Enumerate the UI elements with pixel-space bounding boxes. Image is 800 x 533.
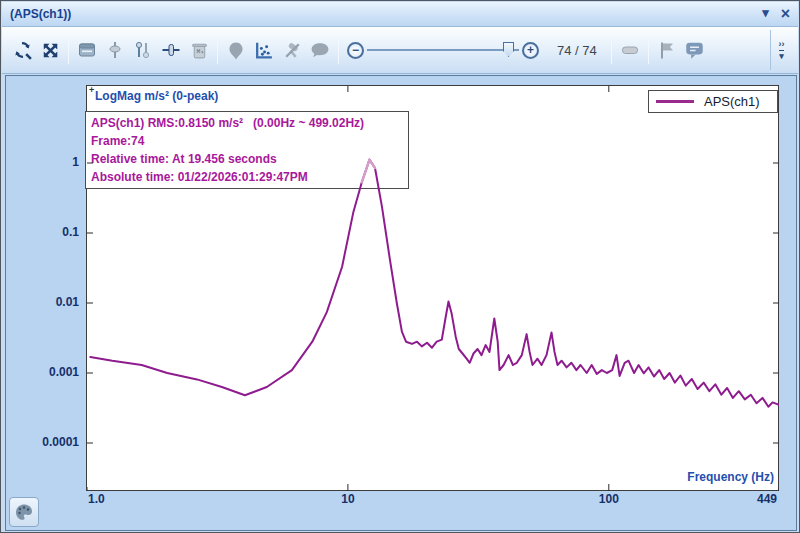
delete-button[interactable]: [185, 35, 213, 65]
close-icon[interactable]: ×: [781, 6, 790, 22]
disabled-tool-button[interactable]: [278, 35, 306, 65]
display-panel-icon: [76, 40, 98, 60]
toolbar-separator: [68, 36, 69, 64]
scatter-plot-icon: [253, 40, 275, 61]
palette-icon: [14, 502, 34, 522]
toolbar: − + 74 / 74 ››: [2, 27, 798, 74]
window-title: (APS(ch1)): [10, 7, 71, 21]
title-bar[interactable]: (APS(ch1)) ▾ ×: [2, 2, 798, 27]
aps-curve-highlight: [362, 160, 375, 183]
aps-window: (APS(ch1)) ▾ ×: [0, 0, 800, 533]
marker-settings-button[interactable]: [129, 35, 157, 65]
frame-slider-track[interactable]: [367, 49, 519, 51]
banner-icon: [619, 40, 641, 60]
x-tick-label: 1.0: [88, 492, 105, 506]
legend[interactable]: APS(ch1): [648, 90, 778, 113]
horizontal-cursor-button[interactable]: [157, 35, 185, 65]
spectrum-curve-svg: [87, 86, 779, 491]
double-slider-icon: [133, 40, 153, 60]
expand-view-button[interactable]: [36, 35, 64, 65]
overflow-arrow-icon: ▾: [779, 50, 784, 61]
legend-line-swatch: [656, 100, 694, 103]
palette-button[interactable]: [9, 497, 39, 527]
vertical-slider-icon: [105, 40, 125, 60]
comment-button[interactable]: [681, 35, 709, 65]
toolbar-separator: [338, 36, 339, 64]
comment-bubble-icon: [683, 39, 706, 61]
y-tick-label: 1: [7, 155, 79, 169]
balloon-marker-icon: [226, 40, 246, 61]
autoscale-refresh-button[interactable]: [8, 35, 36, 65]
speech-bubble-icon: [309, 40, 331, 61]
legend-label: APS(ch1): [704, 94, 760, 109]
annotation-bubble-button[interactable]: [306, 35, 334, 65]
y-tick-label: 0.001: [7, 365, 79, 379]
x-tick-label: 10: [341, 492, 354, 506]
expand-view-icon: [40, 40, 61, 61]
window-menu-icon[interactable]: ▾: [762, 6, 769, 22]
autoscale-refresh-icon: [12, 40, 33, 61]
banner-button[interactable]: [616, 35, 644, 65]
zoom-out-button[interactable]: −: [347, 42, 364, 59]
x-tick-label: 449: [757, 492, 777, 506]
flag-icon: [657, 40, 677, 61]
x-tick-label: 100: [599, 492, 619, 506]
cursor-slider-button[interactable]: [101, 35, 129, 65]
overflow-chevrons-icon: ››: [779, 40, 785, 49]
scatter-style-button[interactable]: [250, 35, 278, 65]
aps-curve: [90, 160, 779, 407]
y-tick-label: 0.01: [7, 295, 79, 309]
display-settings-button[interactable]: [73, 35, 101, 65]
y-tick-label: 0.1: [7, 225, 79, 239]
marker-balloon-button[interactable]: [222, 35, 250, 65]
toolbar-separator: [217, 36, 218, 64]
horizontal-slider-icon: [160, 40, 182, 60]
toolbar-separator: [611, 36, 612, 64]
frame-counter: 74 / 74: [557, 43, 597, 58]
no-tool-icon: [282, 40, 303, 61]
toolbar-separator: [648, 36, 649, 64]
trash-icon: [189, 40, 210, 61]
zoom-in-button[interactable]: +: [522, 42, 539, 59]
toolbar-overflow-button[interactable]: ›› ▾: [770, 30, 792, 70]
y-tick-label: 0.0001: [7, 435, 79, 449]
flag-button[interactable]: [653, 35, 681, 65]
frame-zoom-slider: − +: [347, 42, 539, 59]
frame-slider-thumb[interactable]: [503, 42, 514, 57]
